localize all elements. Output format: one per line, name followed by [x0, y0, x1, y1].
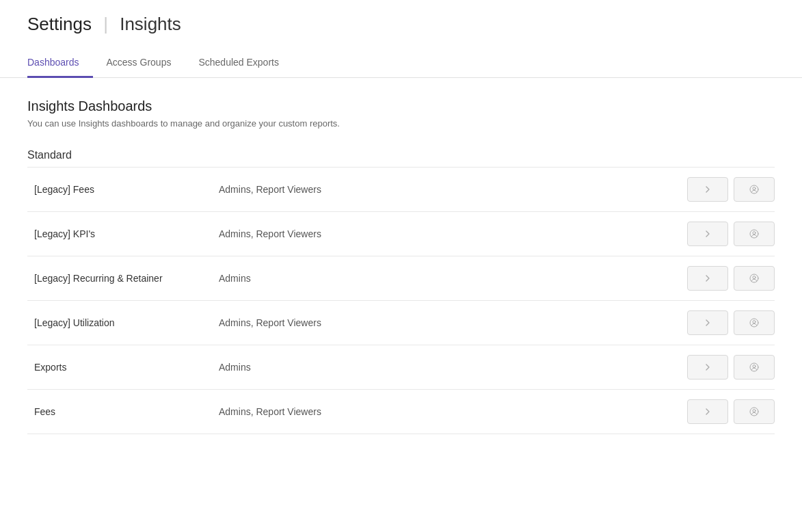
chevron-right-icon [702, 362, 713, 373]
page-wrapper: Settings | Insights Dashboards Access Gr… [0, 0, 802, 532]
row-actions [687, 310, 775, 335]
page-title: Settings | Insights [27, 14, 775, 35]
row-name: Fees [27, 406, 219, 417]
row-access: Admins, Report Viewers [219, 228, 687, 239]
tab-dashboards[interactable]: Dashboards [27, 49, 93, 78]
share-button[interactable] [734, 266, 775, 291]
share-button[interactable] [734, 177, 775, 202]
row-name: Exports [27, 362, 219, 373]
chevron-right-icon [702, 184, 713, 195]
svg-point-4 [750, 274, 758, 282]
svg-point-9 [753, 365, 756, 368]
navigate-button[interactable] [687, 177, 728, 202]
navigate-button[interactable] [687, 310, 728, 335]
row-name: [Legacy] Utilization [27, 317, 219, 328]
title-settings: Settings [27, 14, 92, 34]
row-actions [687, 399, 775, 424]
chevron-right-icon [702, 228, 713, 239]
share-icon [749, 406, 760, 417]
tab-scheduled-exports[interactable]: Scheduled Exports [198, 49, 293, 78]
share-button[interactable] [734, 310, 775, 335]
table-row: [Legacy] Utilization Admins, Report View… [27, 301, 775, 345]
share-icon [749, 273, 760, 284]
svg-point-0 [750, 185, 758, 194]
row-access: Admins, Report Viewers [219, 184, 687, 195]
title-section: Insights [120, 14, 181, 34]
row-name: [Legacy] Recurring & Retainer [27, 273, 219, 284]
share-button[interactable] [734, 355, 775, 380]
row-actions [687, 355, 775, 380]
svg-point-2 [750, 230, 758, 238]
navigate-button[interactable] [687, 266, 728, 291]
tab-access-groups[interactable]: Access Groups [107, 49, 185, 78]
section-heading: Insights Dashboards [27, 98, 775, 114]
share-icon [749, 362, 760, 373]
share-icon [749, 317, 760, 328]
table-row: Exports Admins [27, 345, 775, 390]
navigate-button[interactable] [687, 355, 728, 380]
share-button[interactable] [734, 399, 775, 424]
svg-point-1 [753, 187, 756, 190]
svg-point-8 [750, 363, 758, 371]
svg-point-5 [753, 276, 756, 279]
share-icon [749, 228, 760, 239]
share-button[interactable] [734, 222, 775, 246]
section-description: You can use Insights dashboards to manag… [27, 118, 775, 129]
share-icon [749, 184, 760, 195]
table-row: [Legacy] Fees Admins, Report Viewers [27, 168, 775, 212]
row-access: Admins [219, 273, 687, 284]
main-content: Insights Dashboards You can use Insights… [0, 78, 802, 455]
row-actions [687, 266, 775, 291]
row-access: Admins, Report Viewers [219, 317, 687, 328]
navigate-button[interactable] [687, 222, 728, 246]
table-row: [Legacy] Recurring & Retainer Admins [27, 256, 775, 301]
chevron-right-icon [702, 317, 713, 328]
row-actions [687, 222, 775, 246]
chevron-right-icon [702, 273, 713, 284]
svg-point-7 [753, 321, 756, 323]
navigate-button[interactable] [687, 399, 728, 424]
row-access: Admins, Report Viewers [219, 406, 687, 417]
row-name: [Legacy] Fees [27, 184, 219, 195]
row-actions [687, 177, 775, 202]
table-row: [Legacy] KPI's Admins, Report Viewers [27, 212, 775, 256]
tabs-nav: Dashboards Access Groups Scheduled Expor… [0, 49, 802, 78]
svg-point-6 [750, 319, 758, 327]
dashboards-table: [Legacy] Fees Admins, Report Viewers [27, 167, 775, 434]
chevron-right-icon [702, 406, 713, 417]
title-separator: | [103, 14, 108, 34]
svg-point-10 [750, 408, 758, 416]
page-header: Settings | Insights [0, 0, 802, 35]
svg-point-3 [753, 232, 756, 235]
group-label: Standard [27, 149, 775, 161]
row-name: [Legacy] KPI's [27, 228, 219, 239]
table-row: Fees Admins, Report Viewers [27, 390, 775, 434]
row-access: Admins [219, 362, 687, 373]
svg-point-11 [753, 410, 756, 412]
